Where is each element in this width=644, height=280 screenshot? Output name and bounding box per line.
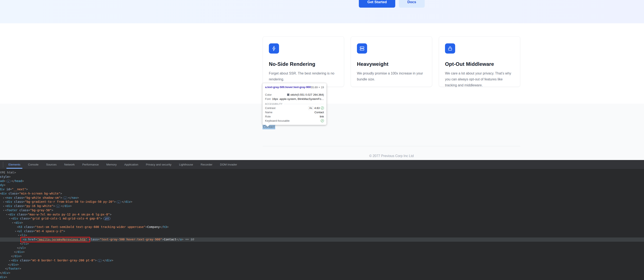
tooltip-role-row: Role link <box>265 114 324 118</box>
tree-row[interactable]: ▾<div class="max-w-7xl mx-auto py-12 px-… <box>0 212 644 217</box>
devtools-tab-console[interactable]: Console <box>24 160 42 169</box>
hero-buttons: Get Started Docs <box>359 0 425 8</box>
expand-arrow-icon[interactable]: ▸ <box>2 196 5 200</box>
tree-row[interactable]: ▾<footer class="bg-gray-50"> <box>0 208 644 212</box>
inspected-dimensions: 55.69 × 19 <box>311 86 324 89</box>
devtools-tab-network[interactable]: Network <box>60 160 78 169</box>
ellipsis-expand-pill[interactable]: … <box>63 196 67 199</box>
devtools-tab-lighthouse[interactable]: Lighthouse <box>175 160 197 169</box>
tree-row[interactable]: ▸<div class="mt-8 border-t border-gray-2… <box>0 258 644 263</box>
color-swatch-icon <box>287 94 290 96</box>
tooltip-color-row: Color oklch(0.551 0.027 264.364) <box>265 92 324 97</box>
ellipsis-expand-pill[interactable]: … <box>98 259 102 262</box>
tree-row[interactable]: </div> <box>0 254 644 258</box>
devtools-tab-memory[interactable]: Memory <box>102 160 120 169</box>
devtools-tab-dom-invader[interactable]: DOM Invader <box>216 160 241 169</box>
card-title: Opt-Out Middleware <box>445 61 514 67</box>
accessibility-section-header: ACCESSIBILITY <box>265 103 324 105</box>
tree-row[interactable]: </li> <box>0 242 644 246</box>
color-label: Color <box>265 93 272 96</box>
role-value: link <box>320 115 324 118</box>
bolt-icon <box>269 44 279 54</box>
name-value: Contact <box>314 111 324 114</box>
server-icon <box>357 44 367 54</box>
tree-row[interactable]: </footer> <box>0 267 644 271</box>
devtools-tab-privacy-and-security[interactable]: Privacy and security <box>142 160 175 169</box>
section-divider <box>284 104 324 104</box>
ellipsis-expand-pill[interactable]: … <box>6 180 10 183</box>
toolbar-divider <box>3 162 3 168</box>
copyright-text: © 2077 Previous Corp Inc Ltd <box>263 154 520 158</box>
elements-tree: <!DOCTYPE html>▾<html style>▸<head>…</he… <box>0 170 644 280</box>
get-started-button[interactable]: Get Started <box>359 0 395 8</box>
feature-card: Heavyweight We proudly promise a 100x in… <box>351 36 432 87</box>
inspect-tooltip: a.text-gray-500.hover:text-gray-900 55.6… <box>262 83 326 125</box>
feature-card: Opt-Out Middleware We care a lot about y… <box>439 36 520 87</box>
collapse-arrow-icon[interactable]: ▾ <box>5 212 8 217</box>
tree-row[interactable]: <!DOCTYPE html> <box>0 170 644 175</box>
expand-arrow-icon[interactable]: ▸ <box>8 258 11 263</box>
tree-row[interactable]: ▸<div class="py-16 bg-white">…</div> <box>0 204 644 208</box>
tree-row[interactable]: </ul> <box>0 246 644 250</box>
devtools-tabs: ElementsConsoleSourcesNetworkPerformance… <box>5 160 241 169</box>
tree-row[interactable]: </div> <box>0 271 644 275</box>
inspected-selector: a.text-gray-500.hover:text-gray-900 <box>265 85 313 89</box>
tooltip-keyboard-row: Keyboard-focusable ✓ <box>265 118 324 123</box>
card-body: We proudly promise a 100x increase in yo… <box>357 70 426 82</box>
tree-row[interactable]: ▾<li> <box>0 233 644 238</box>
collapse-arrow-icon[interactable]: ▾ <box>11 221 14 225</box>
tree-row[interactable]: ▾<div id="__next"> <box>0 187 644 192</box>
tooltip-font-row: Font 16px -apple-system, BlinkMacSystemF… <box>265 97 324 101</box>
devtools-panel: ElementsConsoleSourcesNetworkPerformance… <box>0 160 644 280</box>
devtools-tab-application[interactable]: Application <box>120 160 142 169</box>
tooltip-name-row: Name Contact <box>265 110 324 114</box>
ellipsis-expand-pill[interactable]: … <box>117 201 121 204</box>
tree-row[interactable]: ▾<body> <box>0 183 644 187</box>
font-value: 16px -apple-system, BlinkMacSystemFo… <box>272 97 324 100</box>
tree-row[interactable]: ▾<html style> <box>0 175 644 179</box>
contrast-aa-icon: Aa <box>308 106 313 110</box>
tree-row[interactable]: ▸<nav class="bg-white shadow-sm">…</nav> <box>0 196 644 200</box>
tree-row[interactable]: ▾<div class="grid grid-cols-1 md:grid-co… <box>0 216 644 221</box>
grid-badge[interactable]: grid <box>104 217 110 220</box>
tree-row[interactable]: ▾<ul class="mt-4 space-y-2"> <box>0 229 644 234</box>
devtools-tab-recorder[interactable]: Recorder <box>197 160 216 169</box>
tooltip-contrast-row: Contrast Aa 4.63 ✓ <box>265 106 324 110</box>
card-title: Heavyweight <box>357 61 426 67</box>
collapse-arrow-icon[interactable]: ▾ <box>17 233 20 238</box>
devtools-toolbar: ElementsConsoleSourcesNetworkPerformance… <box>0 160 644 169</box>
collapse-arrow-icon[interactable]: ▾ <box>8 216 11 221</box>
tree-row[interactable]: </div> <box>0 263 644 267</box>
collapse-arrow-icon[interactable]: ▾ <box>2 208 5 212</box>
tree-row-selected[interactable]: <a href="mailto:jeremy@previous.htb" cla… <box>0 238 644 242</box>
tree-row[interactable]: ▾<div class="min-h-screen bg-white"> <box>0 192 644 196</box>
devtools-tab-performance[interactable]: Performance <box>78 160 102 169</box>
keyboard-pass-icon: ✓ <box>321 119 324 122</box>
tree-row[interactable]: ▸<head>…</head> <box>0 179 644 183</box>
hero-section: Get Started Docs <box>0 0 644 23</box>
accessibility-heading: ACCESSIBILITY <box>265 103 282 105</box>
devtools-tab-elements[interactable]: Elements <box>5 160 24 169</box>
color-value: oklch(0.551 0.027 264.364) <box>290 93 324 96</box>
feature-cards: No-Side Rendering Forget about SSR. The … <box>263 36 520 87</box>
footer-divider <box>263 146 520 146</box>
screenshot-root: Get Started Docs No-Side Rendering Forge… <box>0 0 644 280</box>
tree-row[interactable]: </div> <box>0 275 644 279</box>
tree-row[interactable]: </div> <box>0 250 644 254</box>
expand-arrow-icon[interactable]: ▸ <box>2 200 5 204</box>
tree-row[interactable]: ▸<script src="/_next/static/chunks/main.… <box>0 279 644 280</box>
devtools-tab-sources[interactable]: Sources <box>42 160 60 169</box>
contrast-value: 4.63 <box>314 106 320 110</box>
contrast-pass-icon: ✓ <box>321 106 324 110</box>
docs-button[interactable]: Docs <box>399 0 425 8</box>
tree-row[interactable]: ▾<div> <box>0 221 644 225</box>
tree-row[interactable]: <h3 class="text-sm font-semibold text-gr… <box>0 225 644 229</box>
expand-arrow-icon[interactable]: ▸ <box>2 204 5 208</box>
role-label: Role <box>265 115 271 118</box>
card-body: We care a lot about your privacy. That's… <box>445 70 514 88</box>
name-label: Name <box>265 111 272 114</box>
ellipsis-expand-pill[interactable]: … <box>56 205 60 208</box>
collapse-arrow-icon[interactable]: ▾ <box>14 229 17 234</box>
font-label: Font <box>265 97 270 100</box>
tree-row[interactable]: ▸<div class="bg-gradient-to-r from-blue-… <box>0 200 644 204</box>
